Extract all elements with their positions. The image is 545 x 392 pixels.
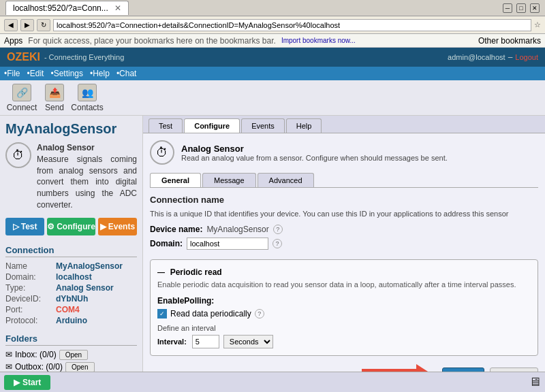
connect-label: Connect: [7, 103, 37, 112]
inbox-open-button[interactable]: Open: [59, 350, 88, 360]
menu-file[interactable]: •File: [4, 69, 20, 78]
field-name-label: Name: [5, 261, 53, 271]
browser-nav-bar: ◀ ▶ ↻ ☆: [0, 16, 545, 34]
window-controls: ─ □ ✕: [503, 3, 540, 13]
refresh-button[interactable]: ↻: [37, 19, 50, 31]
sensor-header: ⏱ Analog Sensor Read an analog value fro…: [150, 140, 538, 165]
send-icon: 📤: [45, 84, 64, 101]
connect-button[interactable]: 🔗 Connect: [7, 84, 37, 112]
app-tagline: - Connecting Everything: [44, 53, 448, 61]
outbox-item: ✉ Outbox: (0/0) Open: [5, 362, 137, 372]
contacts-icon: 👥: [78, 84, 97, 101]
bookmarks-text: For quick access, place your bookmarks h…: [28, 36, 276, 46]
field-port-label: Port:: [5, 305, 53, 314]
logout-link[interactable]: Logout: [515, 53, 538, 61]
forward-button[interactable]: ▶: [20, 19, 34, 31]
apps-label: Apps: [4, 36, 22, 46]
tab-configure[interactable]: Configure: [184, 118, 240, 133]
menu-help[interactable]: •Help: [90, 69, 110, 78]
close-button[interactable]: ✕: [530, 3, 540, 13]
device-text: Analog Sensor Measure signals coming fro…: [37, 142, 137, 211]
field-domain-label: Domain:: [5, 272, 53, 282]
tab-help[interactable]: Help: [286, 118, 322, 133]
periodic-bracket-left: —: [157, 268, 165, 276]
tab-title: localhost:9520/?a=Conn...: [13, 3, 108, 13]
start-button[interactable]: ▶ Start: [4, 375, 50, 390]
device-name-value: MyAnalogSensor: [206, 225, 268, 234]
outbox-icon: ✉: [5, 362, 12, 372]
folders-title: Folders: [5, 333, 137, 346]
sensor-info: Analog Sensor Read an analog value from …: [181, 144, 448, 162]
periodic-read-title-text: Periodic read: [170, 267, 222, 277]
right-panel: Test Configure Events Help ⏱ Analog Sens…: [143, 116, 545, 392]
connection-name-desc: This is a unique ID that identifies your…: [150, 209, 538, 219]
read-periodically-checkbox[interactable]: ✓: [157, 309, 167, 318]
tab-close[interactable]: ✕: [114, 3, 121, 13]
connection-section-title: Connection: [5, 245, 137, 257]
interval-unit-select[interactable]: Seconds Minutes Hours: [223, 335, 273, 348]
back-button[interactable]: ◀: [4, 19, 18, 31]
menu-chat[interactable]: •Chat: [116, 69, 137, 78]
config-tab-general[interactable]: General: [150, 173, 201, 187]
inbox-item: ✉ Inbox: (0/0) Open: [5, 350, 137, 360]
action-buttons: ▷ Test ⚙ Configure ▶ Events: [5, 218, 137, 235]
star-icon[interactable]: ☆: [534, 20, 541, 29]
test-label: Test: [21, 222, 37, 231]
outbox-open-button[interactable]: Open: [65, 362, 94, 372]
app-menu: •File •Edit •Settings •Help •Chat: [0, 67, 545, 80]
import-bookmarks-link[interactable]: Import bookmarks now...: [281, 37, 356, 44]
nav-icons: ☆: [534, 20, 541, 29]
events-icon: ▶: [100, 222, 106, 231]
config-tabs: General Message Advanced: [150, 173, 538, 188]
domain-row: Domain: ?: [150, 238, 538, 250]
sensor-desc: Read an analog value from a sensor. Conf…: [181, 154, 448, 162]
maximize-button[interactable]: □: [516, 3, 526, 13]
tab-test[interactable]: Test: [149, 118, 183, 133]
address-bar[interactable]: [53, 19, 531, 31]
device-description: Measure signals coming from analog senso…: [37, 154, 137, 210]
other-bookmarks: Other bookmarks: [478, 36, 541, 46]
panel-body: ⏱ Analog Sensor Read an analog value fro…: [143, 133, 545, 392]
interval-input[interactable]: [192, 335, 219, 348]
define-interval-label: Define an interval: [157, 324, 531, 332]
field-deviceid-value: dYbNUh: [56, 294, 137, 304]
connect-icon: 🔗: [12, 84, 31, 101]
checkbox-label: Read data periodically: [170, 309, 251, 318]
field-port-value[interactable]: COM4: [56, 305, 137, 314]
events-label: Events: [108, 222, 135, 231]
connection-name-section: Connection name This is a unique ID that…: [150, 195, 538, 250]
send-button[interactable]: 📤 Send: [40, 84, 69, 112]
device-title: MyAnalogSensor: [5, 121, 137, 137]
periodic-read-desc: Enable periodic data acquisition to read…: [157, 280, 531, 290]
enable-polling-row: EnablePolling:: [157, 296, 531, 306]
device-desc: ⏱ Analog Sensor Measure signals coming f…: [5, 142, 137, 211]
config-tab-message[interactable]: Message: [202, 173, 256, 187]
test-icon: ▷: [13, 222, 19, 231]
domain-label: Domain:: [150, 239, 183, 248]
inbox-icon: ✉: [5, 350, 12, 359]
device-name-help-icon[interactable]: ?: [273, 225, 283, 234]
send-label: Send: [45, 103, 64, 112]
monitor-icon: 🖥: [529, 375, 541, 389]
test-button[interactable]: ▷ Test: [5, 218, 44, 235]
menu-settings[interactable]: •Settings: [50, 69, 83, 78]
events-button[interactable]: ▶ Events: [98, 218, 137, 235]
config-tab-advanced[interactable]: Advanced: [258, 173, 314, 187]
configure-button[interactable]: ⚙ Configure: [47, 218, 95, 235]
minimize-button[interactable]: ─: [503, 3, 512, 13]
browser-tab[interactable]: localhost:9520/?a=Conn... ✕: [5, 1, 129, 15]
app-logo: OZEKI: [7, 51, 40, 63]
menu-edit[interactable]: •Edit: [27, 69, 44, 78]
tab-events[interactable]: Events: [241, 118, 285, 133]
field-type-label: Type:: [5, 283, 53, 293]
domain-help-icon[interactable]: ?: [272, 239, 282, 248]
device-name-label: Device name:: [150, 225, 202, 234]
field-protocol-label: Protocol:: [5, 316, 53, 325]
domain-input[interactable]: [187, 238, 268, 250]
connection-name-title: Connection name: [150, 195, 538, 205]
panel-tabs: Test Configure Events Help: [143, 116, 545, 133]
connection-info: Name MyAnalogSensor Domain: localhost Ty…: [5, 261, 137, 325]
checkbox-help-icon[interactable]: ?: [255, 309, 264, 318]
contacts-button[interactable]: 👥 Contacts: [72, 84, 102, 112]
sensor-icon: ⏱: [150, 140, 174, 165]
